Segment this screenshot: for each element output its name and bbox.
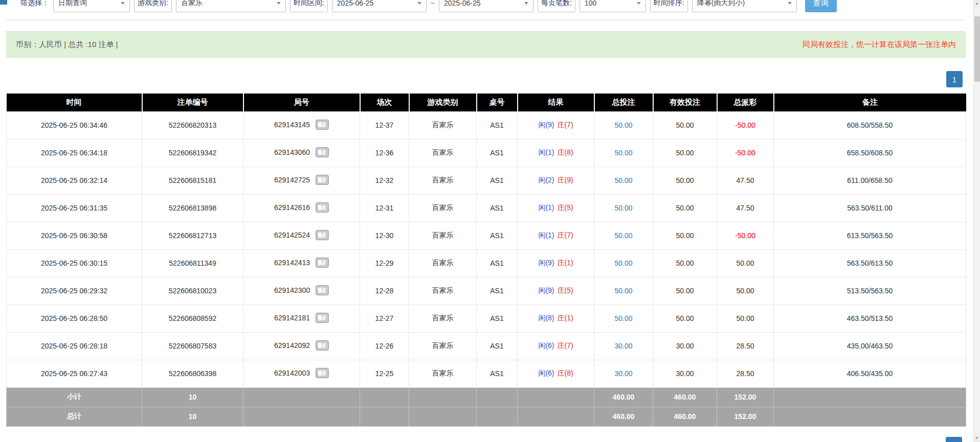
round-cell: 629142181 bbox=[243, 305, 360, 332]
vertical-scrollbar[interactable]: ▲ ▼ bbox=[973, 0, 980, 442]
cards-replay-icon[interactable] bbox=[316, 285, 329, 297]
payout: 47.50 bbox=[717, 167, 774, 194]
pagination-top: 1 bbox=[6, 71, 966, 87]
total-label: 总计 bbox=[7, 407, 142, 426]
page-size-label: 每页笔数: bbox=[538, 0, 575, 12]
cards-replay-icon[interactable] bbox=[316, 202, 329, 214]
scroll-down-arrow-icon[interactable]: ▼ bbox=[974, 435, 980, 442]
remark: 563.50/611.00 bbox=[774, 194, 966, 222]
subtotal-valid-bet: 460.00 bbox=[653, 387, 717, 407]
banker-result: 庄(7) bbox=[558, 341, 573, 350]
date-to-select[interactable]: 2025-06-25 bbox=[439, 0, 533, 12]
game-type: 百家乐 bbox=[409, 305, 477, 332]
bet-time: 2025-06-25 06:28:18 bbox=[7, 332, 142, 360]
result-cell: 闲(9)庄(7) bbox=[518, 111, 594, 139]
valid-bet: 50.00 bbox=[653, 139, 717, 167]
query-button[interactable]: 查询 bbox=[805, 0, 837, 12]
total-bet-link[interactable]: 30.00 bbox=[614, 369, 632, 378]
total-bet-link[interactable]: 50.00 bbox=[614, 314, 632, 322]
game-type-label: 游戏类别: bbox=[134, 0, 172, 12]
cards-replay-icon[interactable] bbox=[316, 147, 329, 159]
banker-result: 庄(9) bbox=[558, 176, 573, 184]
game-type: 百家乐 bbox=[409, 332, 477, 360]
subtotal-label: 小计 bbox=[7, 387, 142, 407]
game-type-select[interactable]: 百家乐 bbox=[176, 0, 286, 12]
result-cell: 闲(2)庄(9) bbox=[518, 167, 594, 194]
sort-order-value: 降幂(由大到小) bbox=[697, 0, 745, 8]
result-cell: 闲(6)庄(7) bbox=[518, 332, 594, 360]
total-valid-bet: 460.00 bbox=[653, 407, 717, 426]
cards-replay-icon[interactable] bbox=[316, 175, 329, 187]
total-bet-link[interactable]: 30.00 bbox=[614, 342, 632, 350]
empty-cell bbox=[360, 387, 409, 407]
table-number: AS1 bbox=[477, 305, 518, 332]
total-bet-cell: 30.00 bbox=[594, 332, 653, 360]
bet-time: 2025-06-25 06:30:58 bbox=[7, 222, 142, 249]
scrollbar-thumb[interactable] bbox=[974, 16, 980, 82]
page-button-1[interactable]: 1 bbox=[946, 71, 963, 87]
round-id: 629142725 bbox=[274, 176, 310, 184]
empty-cell bbox=[518, 407, 594, 426]
payout: -50.00 bbox=[717, 222, 774, 249]
round-id: 629142524 bbox=[274, 231, 310, 239]
table-row: 2025-06-25 06:28:50 522606808592 6291421… bbox=[7, 305, 966, 332]
cards-replay-icon[interactable] bbox=[316, 230, 329, 242]
total-payout: 152.00 bbox=[717, 407, 774, 426]
total-bet-link[interactable]: 50.00 bbox=[614, 121, 632, 129]
game-type: 百家乐 bbox=[409, 277, 477, 305]
bet-id: 522606808592 bbox=[142, 305, 243, 332]
round-cell: 629142524 bbox=[243, 222, 360, 249]
sort-order-select[interactable]: 降幂(由大到小) bbox=[692, 0, 797, 12]
game-type: 百家乐 bbox=[409, 194, 477, 222]
bet-time: 2025-06-25 06:30:15 bbox=[7, 249, 142, 277]
scroll-up-arrow-icon[interactable]: ▲ bbox=[974, 0, 980, 7]
session-number: 12-36 bbox=[360, 139, 409, 167]
valid-bet: 30.00 bbox=[653, 332, 717, 360]
total-bet-link[interactable]: 50.00 bbox=[614, 176, 632, 184]
total-bet-cell: 50.00 bbox=[594, 139, 653, 167]
table-header-row: 时间注单编号局号场次游戏类别桌号结果总投注有效投注总派彩备注 bbox=[7, 94, 966, 111]
payout: 50.00 bbox=[717, 249, 774, 277]
total-bet-link[interactable]: 50.00 bbox=[614, 204, 632, 212]
chevron-down-icon bbox=[788, 2, 792, 5]
date-from-select[interactable]: 2025-06-25 bbox=[332, 0, 427, 12]
cards-replay-icon[interactable] bbox=[316, 368, 329, 380]
total-bet-link[interactable]: 50.00 bbox=[614, 259, 632, 267]
valid-bet: 50.00 bbox=[653, 222, 717, 249]
cards-replay-icon[interactable] bbox=[316, 120, 329, 131]
empty-cell bbox=[360, 407, 409, 426]
total-bet-link[interactable]: 50.00 bbox=[614, 231, 632, 240]
filter-type-select[interactable]: 日期查询 bbox=[53, 0, 130, 12]
game-type: 百家乐 bbox=[409, 222, 477, 249]
cards-replay-icon[interactable] bbox=[316, 313, 329, 324]
date-from-value: 2025-06-25 bbox=[337, 0, 374, 7]
session-number: 12-30 bbox=[360, 222, 409, 249]
player-result: 闲(9) bbox=[538, 121, 554, 129]
result-cell: 闲(1)庄(7) bbox=[518, 222, 594, 249]
empty-cell bbox=[409, 407, 477, 426]
page-button-1-bottom[interactable]: 1 bbox=[946, 437, 962, 442]
cards-replay-icon[interactable] bbox=[316, 258, 329, 269]
cards-replay-icon[interactable] bbox=[316, 340, 329, 352]
total-count: 10 bbox=[142, 407, 243, 426]
banker-result: 庄(8) bbox=[558, 148, 573, 156]
payout: 50.00 bbox=[717, 305, 774, 332]
page-size-select[interactable]: 100 bbox=[580, 0, 646, 12]
banker-result: 庄(8) bbox=[558, 369, 573, 377]
table-number: AS1 bbox=[477, 222, 518, 249]
banker-result: 庄(5) bbox=[558, 203, 573, 212]
bet-id: 522606806398 bbox=[142, 360, 243, 387]
total-bet-link[interactable]: 50.00 bbox=[614, 287, 632, 295]
filter-bar: 筛选择： 日期查询 游戏类别: 百家乐 时间区间: 2025-06-25 ~ 2… bbox=[6, 0, 966, 20]
total-bet-link[interactable]: 50.00 bbox=[614, 149, 632, 157]
session-number: 12-31 bbox=[360, 194, 409, 222]
result-cell: 闲(9)庄(1) bbox=[518, 249, 594, 277]
chevron-down-icon bbox=[277, 2, 281, 5]
payout: 28.50 bbox=[717, 360, 774, 387]
banker-result: 庄(1) bbox=[558, 314, 573, 322]
column-header: 局号 bbox=[243, 94, 360, 111]
subtotal-payout: 152.00 bbox=[717, 387, 774, 407]
banker-result: 庄(1) bbox=[558, 259, 573, 267]
game-type: 百家乐 bbox=[409, 249, 477, 277]
remark: 435.00/463.50 bbox=[774, 332, 966, 360]
